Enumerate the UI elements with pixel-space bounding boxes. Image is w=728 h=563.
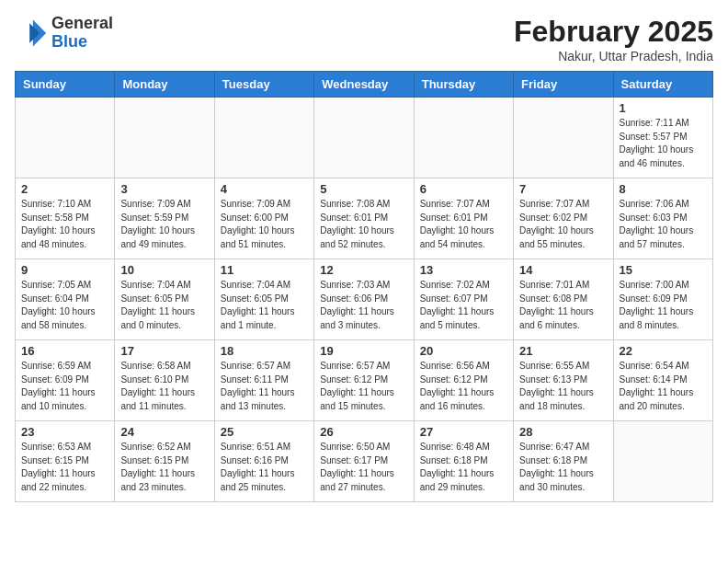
day-number: 12 [320, 263, 407, 277]
logo-blue: Blue [51, 32, 87, 51]
col-header-saturday: Saturday [613, 72, 712, 98]
day-number: 16 [21, 344, 108, 358]
month-year: February 2025 [514, 15, 713, 49]
col-header-monday: Monday [115, 72, 214, 98]
logo-text: General Blue [51, 15, 113, 52]
day-number: 19 [320, 344, 407, 358]
day-number: 28 [519, 425, 607, 439]
day-number: 4 [221, 182, 308, 196]
day-info: Sunrise: 7:01 AM Sunset: 6:08 PM Dayligh… [519, 279, 607, 332]
week-row-3: 9Sunrise: 7:05 AM Sunset: 6:04 PM Daylig… [16, 259, 713, 340]
calendar-cell: 1Sunrise: 7:11 AM Sunset: 5:57 PM Daylig… [613, 98, 712, 178]
calendar-cell: 16Sunrise: 6:59 AM Sunset: 6:09 PM Dayli… [16, 340, 115, 421]
day-info: Sunrise: 6:52 AM Sunset: 6:15 PM Dayligh… [120, 441, 208, 494]
day-info: Sunrise: 6:59 AM Sunset: 6:09 PM Dayligh… [21, 360, 108, 413]
day-info: Sunrise: 6:53 AM Sunset: 6:15 PM Dayligh… [21, 441, 108, 494]
calendar-cell: 7Sunrise: 7:07 AM Sunset: 6:02 PM Daylig… [514, 178, 613, 259]
day-info: Sunrise: 7:09 AM Sunset: 5:59 PM Dayligh… [120, 198, 208, 251]
calendar-cell: 4Sunrise: 7:09 AM Sunset: 6:00 PM Daylig… [214, 178, 313, 259]
day-info: Sunrise: 7:10 AM Sunset: 5:58 PM Dayligh… [21, 198, 108, 251]
calendar-cell: 10Sunrise: 7:04 AM Sunset: 6:05 PM Dayli… [115, 259, 214, 340]
day-number: 2 [21, 182, 108, 196]
calendar: SundayMondayTuesdayWednesdayThursdayFrid… [15, 71, 713, 502]
calendar-header-row: SundayMondayTuesdayWednesdayThursdayFrid… [16, 72, 713, 98]
calendar-cell [613, 421, 712, 502]
week-row-1: 1Sunrise: 7:11 AM Sunset: 5:57 PM Daylig… [16, 98, 713, 178]
calendar-cell: 23Sunrise: 6:53 AM Sunset: 6:15 PM Dayli… [16, 421, 115, 502]
calendar-cell: 5Sunrise: 7:08 AM Sunset: 6:01 PM Daylig… [314, 178, 414, 259]
calendar-cell: 20Sunrise: 6:56 AM Sunset: 6:12 PM Dayli… [414, 340, 513, 421]
day-number: 10 [120, 263, 208, 277]
page-header: General Blue February 2025 Nakur, Uttar … [15, 15, 713, 63]
logo: General Blue [15, 15, 113, 52]
calendar-cell: 14Sunrise: 7:01 AM Sunset: 6:08 PM Dayli… [514, 259, 613, 340]
day-number: 6 [420, 182, 507, 196]
day-number: 25 [221, 425, 308, 439]
day-number: 26 [320, 425, 407, 439]
day-info: Sunrise: 6:54 AM Sunset: 6:14 PM Dayligh… [620, 360, 707, 413]
day-number: 17 [120, 344, 208, 358]
day-info: Sunrise: 6:57 AM Sunset: 6:12 PM Dayligh… [320, 360, 407, 413]
day-info: Sunrise: 7:08 AM Sunset: 6:01 PM Dayligh… [320, 198, 407, 251]
day-number: 23 [21, 425, 108, 439]
day-info: Sunrise: 6:50 AM Sunset: 6:17 PM Dayligh… [320, 441, 407, 494]
day-number: 7 [519, 182, 607, 196]
calendar-cell [414, 98, 513, 178]
calendar-cell: 18Sunrise: 6:57 AM Sunset: 6:11 PM Dayli… [214, 340, 313, 421]
col-header-thursday: Thursday [414, 72, 513, 98]
col-header-tuesday: Tuesday [214, 72, 313, 98]
day-number: 22 [620, 344, 707, 358]
day-number: 5 [320, 182, 407, 196]
day-number: 1 [620, 101, 707, 115]
day-info: Sunrise: 7:04 AM Sunset: 6:05 PM Dayligh… [221, 279, 308, 332]
location: Nakur, Uttar Pradesh, India [514, 49, 713, 63]
calendar-cell: 26Sunrise: 6:50 AM Sunset: 6:17 PM Dayli… [314, 421, 414, 502]
day-info: Sunrise: 6:47 AM Sunset: 6:18 PM Dayligh… [519, 441, 607, 494]
day-info: Sunrise: 7:00 AM Sunset: 6:09 PM Dayligh… [620, 279, 707, 332]
day-number: 13 [420, 263, 507, 277]
day-number: 8 [620, 182, 707, 196]
calendar-cell: 15Sunrise: 7:00 AM Sunset: 6:09 PM Dayli… [613, 259, 712, 340]
day-number: 14 [519, 263, 607, 277]
col-header-friday: Friday [514, 72, 613, 98]
day-info: Sunrise: 6:56 AM Sunset: 6:12 PM Dayligh… [420, 360, 507, 413]
calendar-cell: 13Sunrise: 7:02 AM Sunset: 6:07 PM Dayli… [414, 259, 513, 340]
calendar-cell: 9Sunrise: 7:05 AM Sunset: 6:04 PM Daylig… [16, 259, 115, 340]
day-info: Sunrise: 7:07 AM Sunset: 6:01 PM Dayligh… [420, 198, 507, 251]
calendar-cell: 6Sunrise: 7:07 AM Sunset: 6:01 PM Daylig… [414, 178, 513, 259]
day-number: 20 [420, 344, 507, 358]
calendar-cell: 19Sunrise: 6:57 AM Sunset: 6:12 PM Dayli… [314, 340, 414, 421]
calendar-cell: 11Sunrise: 7:04 AM Sunset: 6:05 PM Dayli… [214, 259, 313, 340]
day-info: Sunrise: 7:06 AM Sunset: 6:03 PM Dayligh… [620, 198, 707, 251]
calendar-cell: 22Sunrise: 6:54 AM Sunset: 6:14 PM Dayli… [613, 340, 712, 421]
day-info: Sunrise: 6:48 AM Sunset: 6:18 PM Dayligh… [420, 441, 507, 494]
day-number: 18 [221, 344, 308, 358]
day-info: Sunrise: 6:55 AM Sunset: 6:13 PM Dayligh… [519, 360, 607, 413]
calendar-cell: 8Sunrise: 7:06 AM Sunset: 6:03 PM Daylig… [613, 178, 712, 259]
calendar-cell: 21Sunrise: 6:55 AM Sunset: 6:13 PM Dayli… [514, 340, 613, 421]
calendar-cell: 28Sunrise: 6:47 AM Sunset: 6:18 PM Dayli… [514, 421, 613, 502]
col-header-wednesday: Wednesday [314, 72, 414, 98]
week-row-5: 23Sunrise: 6:53 AM Sunset: 6:15 PM Dayli… [16, 421, 713, 502]
day-info: Sunrise: 7:02 AM Sunset: 6:07 PM Dayligh… [420, 279, 507, 332]
calendar-cell: 25Sunrise: 6:51 AM Sunset: 6:16 PM Dayli… [214, 421, 313, 502]
day-info: Sunrise: 6:51 AM Sunset: 6:16 PM Dayligh… [221, 441, 308, 494]
calendar-cell [115, 98, 214, 178]
calendar-cell: 27Sunrise: 6:48 AM Sunset: 6:18 PM Dayli… [414, 421, 513, 502]
day-info: Sunrise: 7:04 AM Sunset: 6:05 PM Dayligh… [120, 279, 208, 332]
day-info: Sunrise: 7:05 AM Sunset: 6:04 PM Dayligh… [21, 279, 108, 332]
calendar-cell: 3Sunrise: 7:09 AM Sunset: 5:59 PM Daylig… [115, 178, 214, 259]
day-number: 9 [21, 263, 108, 277]
calendar-cell: 2Sunrise: 7:10 AM Sunset: 5:58 PM Daylig… [16, 178, 115, 259]
day-number: 27 [420, 425, 507, 439]
calendar-cell [16, 98, 115, 178]
calendar-cell: 17Sunrise: 6:58 AM Sunset: 6:10 PM Dayli… [115, 340, 214, 421]
calendar-cell: 12Sunrise: 7:03 AM Sunset: 6:06 PM Dayli… [314, 259, 414, 340]
calendar-cell: 24Sunrise: 6:52 AM Sunset: 6:15 PM Dayli… [115, 421, 214, 502]
day-info: Sunrise: 7:09 AM Sunset: 6:00 PM Dayligh… [221, 198, 308, 251]
calendar-cell [314, 98, 414, 178]
day-info: Sunrise: 7:11 AM Sunset: 5:57 PM Dayligh… [620, 117, 707, 170]
day-info: Sunrise: 7:07 AM Sunset: 6:02 PM Dayligh… [519, 198, 607, 251]
week-row-2: 2Sunrise: 7:10 AM Sunset: 5:58 PM Daylig… [16, 178, 713, 259]
week-row-4: 16Sunrise: 6:59 AM Sunset: 6:09 PM Dayli… [16, 340, 713, 421]
